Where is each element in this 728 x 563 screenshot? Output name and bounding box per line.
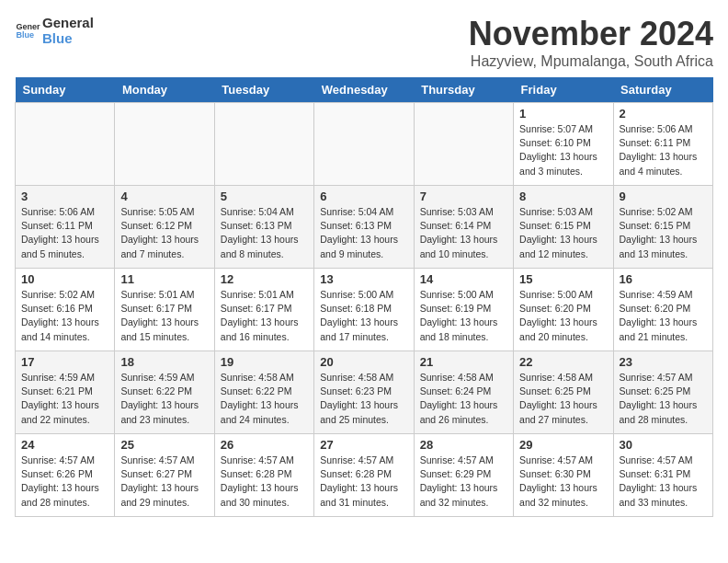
day-info: Sunrise: 5:02 AM Sunset: 6:16 PM Dayligh… xyxy=(21,288,108,344)
day-number: 9 xyxy=(620,190,707,203)
day-cell: 26Sunrise: 4:57 AM Sunset: 6:28 PM Dayli… xyxy=(214,434,313,517)
title-block: November 2024 Hazyview, Mpumalanga, Sout… xyxy=(469,15,713,70)
day-number: 25 xyxy=(120,438,208,452)
day-info: Sunrise: 4:57 AM Sunset: 6:26 PM Dayligh… xyxy=(21,454,108,510)
day-cell: 14Sunrise: 5:00 AM Sunset: 6:19 PM Dayli… xyxy=(414,269,513,351)
day-number: 3 xyxy=(21,190,108,203)
day-number: 12 xyxy=(221,272,308,286)
day-info: Sunrise: 4:57 AM Sunset: 6:27 PM Dayligh… xyxy=(120,454,208,510)
logo: General Blue General Blue xyxy=(15,15,94,46)
logo-icon: General Blue xyxy=(15,17,40,43)
col-header-monday: Monday xyxy=(115,77,214,103)
day-cell: 23Sunrise: 4:57 AM Sunset: 6:25 PM Dayli… xyxy=(613,351,712,434)
day-info: Sunrise: 5:04 AM Sunset: 6:13 PM Dayligh… xyxy=(320,205,407,261)
day-number: 11 xyxy=(120,272,208,286)
day-info: Sunrise: 5:06 AM Sunset: 6:11 PM Dayligh… xyxy=(21,205,108,261)
day-cell: 1Sunrise: 5:07 AM Sunset: 6:10 PM Daylig… xyxy=(514,103,613,186)
day-info: Sunrise: 5:02 AM Sunset: 6:15 PM Dayligh… xyxy=(620,205,707,261)
col-header-sunday: Sunday xyxy=(16,77,115,103)
col-header-friday: Friday xyxy=(514,77,613,103)
day-cell: 2Sunrise: 5:06 AM Sunset: 6:11 PM Daylig… xyxy=(613,103,712,186)
day-number: 7 xyxy=(420,190,507,203)
day-info: Sunrise: 4:59 AM Sunset: 6:20 PM Dayligh… xyxy=(620,288,707,344)
day-number: 30 xyxy=(620,438,707,452)
week-row-3: 10Sunrise: 5:02 AM Sunset: 6:16 PM Dayli… xyxy=(16,269,713,351)
day-info: Sunrise: 5:00 AM Sunset: 6:20 PM Dayligh… xyxy=(519,288,607,344)
day-cell: 17Sunrise: 4:59 AM Sunset: 6:21 PM Dayli… xyxy=(16,351,115,434)
day-number: 1 xyxy=(519,107,607,121)
day-number: 4 xyxy=(120,190,208,203)
day-info: Sunrise: 4:58 AM Sunset: 6:24 PM Dayligh… xyxy=(420,371,507,427)
day-cell xyxy=(314,103,414,186)
day-number: 17 xyxy=(21,355,108,369)
day-cell: 22Sunrise: 4:58 AM Sunset: 6:25 PM Dayli… xyxy=(514,351,613,434)
day-cell: 27Sunrise: 4:57 AM Sunset: 6:28 PM Dayli… xyxy=(314,434,414,517)
day-number: 6 xyxy=(320,190,407,203)
day-number: 8 xyxy=(519,190,607,203)
logo-blue: Blue xyxy=(42,30,94,46)
day-cell: 3Sunrise: 5:06 AM Sunset: 6:11 PM Daylig… xyxy=(16,186,115,269)
day-cell: 8Sunrise: 5:03 AM Sunset: 6:15 PM Daylig… xyxy=(514,186,613,269)
day-cell xyxy=(414,103,513,186)
day-cell xyxy=(16,103,115,186)
day-cell: 11Sunrise: 5:01 AM Sunset: 6:17 PM Dayli… xyxy=(115,269,214,351)
day-info: Sunrise: 5:04 AM Sunset: 6:13 PM Dayligh… xyxy=(221,205,308,261)
day-info: Sunrise: 5:06 AM Sunset: 6:11 PM Dayligh… xyxy=(620,122,707,178)
day-number: 23 xyxy=(620,355,707,369)
day-number: 19 xyxy=(221,355,308,369)
day-info: Sunrise: 4:57 AM Sunset: 6:28 PM Dayligh… xyxy=(221,454,308,510)
calendar-title: November 2024 xyxy=(469,15,713,53)
day-cell: 18Sunrise: 4:59 AM Sunset: 6:22 PM Dayli… xyxy=(115,351,214,434)
col-header-tuesday: Tuesday xyxy=(214,77,313,103)
day-number: 26 xyxy=(221,438,308,452)
day-cell: 12Sunrise: 5:01 AM Sunset: 6:17 PM Dayli… xyxy=(214,269,313,351)
day-info: Sunrise: 5:01 AM Sunset: 6:17 PM Dayligh… xyxy=(221,288,308,344)
day-number: 13 xyxy=(320,272,407,286)
day-info: Sunrise: 5:05 AM Sunset: 6:12 PM Dayligh… xyxy=(120,205,208,261)
day-number: 20 xyxy=(320,355,407,369)
day-cell: 20Sunrise: 4:58 AM Sunset: 6:23 PM Dayli… xyxy=(314,351,414,434)
day-cell: 15Sunrise: 5:00 AM Sunset: 6:20 PM Dayli… xyxy=(514,269,613,351)
day-number: 10 xyxy=(21,272,108,286)
day-cell: 29Sunrise: 4:57 AM Sunset: 6:30 PM Dayli… xyxy=(514,434,613,517)
day-number: 5 xyxy=(221,190,308,203)
col-header-wednesday: Wednesday xyxy=(314,77,414,103)
calendar-subtitle: Hazyview, Mpumalanga, South Africa xyxy=(469,53,713,70)
day-cell: 25Sunrise: 4:57 AM Sunset: 6:27 PM Dayli… xyxy=(115,434,214,517)
day-cell: 16Sunrise: 4:59 AM Sunset: 6:20 PM Dayli… xyxy=(613,269,712,351)
day-number: 21 xyxy=(420,355,507,369)
day-cell: 5Sunrise: 5:04 AM Sunset: 6:13 PM Daylig… xyxy=(214,186,313,269)
day-info: Sunrise: 4:57 AM Sunset: 6:25 PM Dayligh… xyxy=(620,371,707,427)
day-number: 2 xyxy=(620,107,707,121)
day-cell: 10Sunrise: 5:02 AM Sunset: 6:16 PM Dayli… xyxy=(16,269,115,351)
day-number: 16 xyxy=(620,272,707,286)
page-header: General Blue General Blue November 2024 … xyxy=(15,15,713,70)
day-cell: 19Sunrise: 4:58 AM Sunset: 6:22 PM Dayli… xyxy=(214,351,313,434)
day-info: Sunrise: 5:01 AM Sunset: 6:17 PM Dayligh… xyxy=(120,288,208,344)
day-info: Sunrise: 4:57 AM Sunset: 6:28 PM Dayligh… xyxy=(320,454,407,510)
header-row: SundayMondayTuesdayWednesdayThursdayFrid… xyxy=(16,77,713,103)
day-cell: 13Sunrise: 5:00 AM Sunset: 6:18 PM Dayli… xyxy=(314,269,414,351)
day-cell xyxy=(115,103,214,186)
day-cell: 7Sunrise: 5:03 AM Sunset: 6:14 PM Daylig… xyxy=(414,186,513,269)
day-cell: 9Sunrise: 5:02 AM Sunset: 6:15 PM Daylig… xyxy=(613,186,712,269)
day-cell xyxy=(214,103,313,186)
day-number: 29 xyxy=(519,438,607,452)
day-info: Sunrise: 5:00 AM Sunset: 6:19 PM Dayligh… xyxy=(420,288,507,344)
week-row-1: 1Sunrise: 5:07 AM Sunset: 6:10 PM Daylig… xyxy=(16,103,713,186)
day-cell: 30Sunrise: 4:57 AM Sunset: 6:31 PM Dayli… xyxy=(613,434,712,517)
day-number: 18 xyxy=(120,355,208,369)
day-info: Sunrise: 4:58 AM Sunset: 6:25 PM Dayligh… xyxy=(519,371,607,427)
week-row-2: 3Sunrise: 5:06 AM Sunset: 6:11 PM Daylig… xyxy=(16,186,713,269)
svg-text:General: General xyxy=(16,22,40,31)
day-number: 15 xyxy=(519,272,607,286)
day-info: Sunrise: 5:07 AM Sunset: 6:10 PM Dayligh… xyxy=(519,122,607,178)
day-info: Sunrise: 4:59 AM Sunset: 6:22 PM Dayligh… xyxy=(120,371,208,427)
logo-general: General xyxy=(42,15,94,30)
day-cell: 21Sunrise: 4:58 AM Sunset: 6:24 PM Dayli… xyxy=(414,351,513,434)
day-number: 27 xyxy=(320,438,407,452)
svg-text:Blue: Blue xyxy=(16,30,34,40)
week-row-5: 24Sunrise: 4:57 AM Sunset: 6:26 PM Dayli… xyxy=(16,434,713,517)
day-number: 22 xyxy=(519,355,607,369)
day-info: Sunrise: 4:58 AM Sunset: 6:23 PM Dayligh… xyxy=(320,371,407,427)
